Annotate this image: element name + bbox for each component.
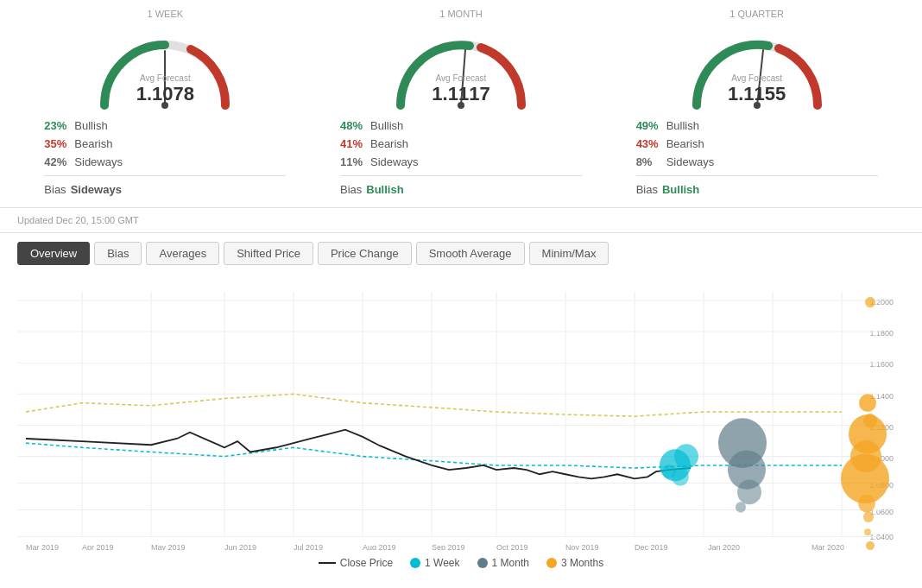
tab-smooth-average[interactable]: Smooth Average [416, 242, 525, 265]
gauge-1quarter: 1 QUARTER Avg Forecast 1.1155 49% Bulli [628, 9, 887, 207]
svg-text:Mar 2020: Mar 2020 [811, 543, 844, 550]
svg-text:Mar 2019: Mar 2019 [26, 543, 59, 550]
bullish-label-3: Bullish [666, 119, 699, 132]
svg-text:1.1800: 1.1800 [870, 329, 894, 338]
gauge-1week-stats: 23% Bullish 35% Bearish 42% Sideways Bia… [35, 117, 294, 199]
1month-dot [477, 558, 488, 568]
bearish-row-1: 35% Bearish [44, 135, 286, 153]
svg-text:Apr 2019: Apr 2019 [82, 543, 113, 550]
legend-row: Close Price 1 Week 1 Month 3 Months [0, 550, 922, 576]
bearish-pct-1: 35% [44, 137, 74, 150]
legend-close-price: Close Price [319, 557, 393, 569]
sideways-pct-1: 42% [44, 155, 74, 168]
chart-svg: 1.0400 1.0600 1.0800 1.1000 1.1200 1.140… [17, 274, 905, 550]
svg-point-54 [737, 479, 761, 504]
gauge-1month-period: 1 MONTH [439, 9, 483, 19]
svg-point-49 [674, 444, 698, 469]
3months-label: 3 Months [561, 557, 603, 569]
tab-bias[interactable]: Bias [94, 242, 142, 265]
bullish-pct-3: 49% [636, 119, 666, 132]
gauge-1month-wrapper: Avg Forecast 1.1117 [383, 23, 539, 110]
svg-point-63 [864, 528, 871, 535]
sideways-row-2: 11% Sideways [340, 153, 582, 171]
svg-text:Sep 2019: Sep 2019 [432, 543, 464, 550]
svg-text:Dec 2019: Dec 2019 [635, 543, 667, 550]
tab-price-change[interactable]: Price Change [318, 242, 412, 265]
chart-area: 1.0400 1.0600 1.0800 1.1000 1.1200 1.140… [0, 274, 922, 550]
gauge-1week-wrapper: Avg Forecast 1.1078 [87, 23, 243, 110]
gauge-1month-stats: 48% Bullish 41% Bearish 11% Sideways Bia… [332, 117, 590, 199]
gauge-1week: 1 WEEK Avg Forecast 1.1078 [35, 9, 294, 207]
sideways-row-1: 42% Sideways [44, 153, 286, 171]
gauge-1month-label: Avg Forecast 1.1117 [432, 73, 489, 105]
svg-point-56 [859, 394, 876, 412]
bias-row-2: Bias Bullish [340, 180, 582, 199]
gauge-1quarter-stats: 49% Bullish 43% Bearish 8% Sideways Bias… [628, 117, 887, 199]
1month-label: 1 Month [492, 557, 529, 569]
bearish-row-3: 43% Bearish [636, 135, 878, 153]
sideways-row-3: 8% Sideways [636, 153, 878, 171]
tab-minim-max[interactable]: Minim/Max [529, 242, 609, 265]
bullish-pct-1: 23% [44, 119, 74, 132]
bullish-label-1: Bullish [74, 119, 107, 132]
sideways-label-2: Sideways [370, 155, 419, 168]
svg-point-62 [863, 512, 874, 522]
close-price-line [319, 562, 336, 564]
bearish-label-1: Bearish [74, 137, 112, 150]
bullish-row-3: 49% Bullish [636, 117, 878, 135]
svg-text:May 2019: May 2019 [151, 543, 185, 550]
svg-point-64 [866, 541, 875, 550]
legend-3months: 3 Months [546, 557, 603, 569]
bias-value-3: Bullish [662, 183, 699, 196]
legend-1week: 1 Week [410, 557, 459, 569]
bias-row-1: Bias Sideways [44, 180, 286, 199]
updated-text: Updated Dec 20, 15:00 GMT [17, 215, 139, 225]
svg-text:Nov 2019: Nov 2019 [565, 543, 598, 550]
gauge-1quarter-label: Avg Forecast 1.1155 [728, 73, 786, 105]
tab-overview[interactable]: Overview [17, 242, 90, 265]
bullish-row-1: 23% Bullish [44, 117, 286, 135]
bias-text-1: Bias [44, 183, 66, 196]
svg-text:1.1600: 1.1600 [870, 360, 894, 369]
gauge-1quarter-period: 1 QUARTER [729, 9, 784, 19]
gauge-1quarter-wrapper: Avg Forecast 1.1155 [679, 23, 835, 110]
bias-row-3: Bias Bullish [636, 180, 878, 199]
sideways-label-3: Sideways [666, 155, 715, 168]
bullish-label-2: Bullish [370, 119, 403, 132]
svg-text:Jul 2019: Jul 2019 [294, 543, 323, 550]
bias-value-2: Bullish [366, 183, 403, 196]
svg-text:Aug 2019: Aug 2019 [363, 543, 395, 550]
1week-label: 1 Week [425, 557, 459, 569]
bullish-row-2: 48% Bullish [340, 117, 582, 135]
close-price-label: Close Price [340, 557, 393, 569]
svg-text:Jan 2020: Jan 2020 [708, 543, 740, 550]
tab-shifted-price[interactable]: Shifted Price [224, 242, 313, 265]
tabs-row: Overview Bias Averages Shifted Price Pri… [0, 233, 922, 274]
sideways-pct-2: 11% [340, 155, 370, 168]
svg-point-51 [662, 465, 676, 479]
gauge-1month: 1 MONTH Avg Forecast 1.1117 48% Bullish [332, 9, 590, 207]
tab-averages[interactable]: Averages [146, 242, 219, 265]
bias-text-2: Bias [340, 183, 362, 196]
bearish-pct-2: 41% [340, 137, 370, 150]
svg-point-61 [858, 495, 875, 513]
bearish-label-2: Bearish [370, 137, 408, 150]
bearish-label-3: Bearish [666, 137, 704, 150]
svg-text:Oct 2019: Oct 2019 [496, 543, 527, 550]
updated-row: Updated Dec 20, 15:00 GMT [0, 208, 922, 233]
svg-text:Jun 2019: Jun 2019 [224, 543, 256, 550]
sideways-pct-3: 8% [636, 155, 666, 168]
gauges-row: 1 WEEK Avg Forecast 1.1078 [0, 0, 922, 208]
gauge-1week-label: Avg Forecast 1.1078 [136, 73, 194, 105]
bearish-pct-3: 43% [636, 137, 666, 150]
3months-dot [546, 558, 557, 568]
bearish-row-2: 41% Bearish [340, 135, 582, 153]
svg-point-65 [865, 297, 875, 307]
1week-dot [410, 558, 420, 568]
svg-point-55 [736, 502, 746, 512]
bias-value-1: Sideways [71, 183, 122, 196]
bullish-pct-2: 48% [340, 119, 370, 132]
bias-text-3: Bias [636, 183, 658, 196]
legend-1month: 1 Month [477, 557, 529, 569]
gauge-1week-period: 1 WEEK [148, 9, 184, 19]
